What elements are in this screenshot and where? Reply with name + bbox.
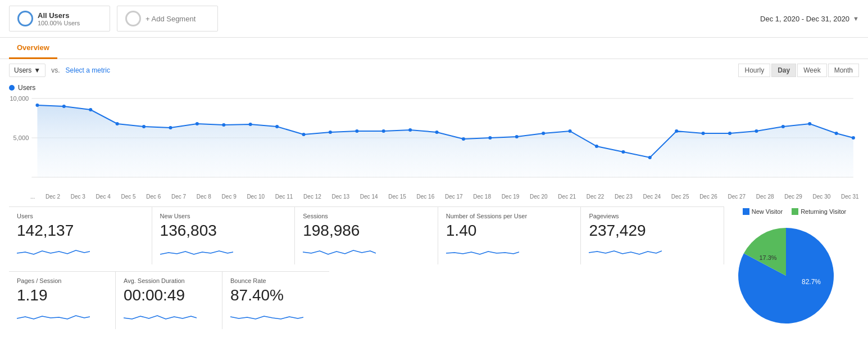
svg-point-16	[329, 131, 332, 134]
stat-sessions-label: Sessions	[303, 213, 430, 219]
x-label: Dec 23	[615, 194, 633, 200]
x-label: Dec 12	[303, 194, 321, 200]
stat-new-users: New Users 136,803	[152, 206, 296, 264]
svg-point-22	[488, 136, 492, 140]
x-label: Dec 11	[275, 194, 293, 200]
stat-bounce-rate: Bounce Rate 87.40%	[222, 271, 329, 329]
chart-controls: Users ▼ vs. Select a metric Hourly Day W…	[0, 59, 868, 82]
hourly-button[interactable]: Hourly	[738, 64, 770, 77]
returning-visitor-label: Returning Visitor	[801, 208, 846, 215]
x-label: Dec 24	[643, 194, 661, 200]
add-segment-button[interactable]: + Add Segment	[117, 6, 218, 32]
svg-point-5	[35, 104, 39, 107]
svg-point-34	[808, 122, 811, 125]
svg-point-7	[89, 108, 92, 111]
svg-point-23	[515, 135, 519, 138]
segment-name: All Users	[38, 11, 80, 20]
stat-sessions: Sessions 198,986	[295, 206, 438, 264]
stat-pages-session-label: Pages / Session	[17, 277, 107, 284]
svg-point-33	[781, 125, 785, 128]
week-button[interactable]: Week	[797, 64, 826, 77]
svg-point-29	[675, 129, 678, 133]
svg-point-9	[142, 125, 146, 128]
x-label: Dec 26	[699, 194, 717, 200]
chart-area: 10,000 5,000	[0, 93, 868, 200]
x-label: Dec 4	[96, 194, 111, 200]
x-label: Dec 22	[587, 194, 605, 200]
segments: All Users 100.00% Users + Add Segment	[9, 6, 218, 32]
x-label: Dec 28	[756, 194, 774, 200]
stat-users-label: Users	[17, 213, 144, 219]
select-metric-link[interactable]: Select a metric	[66, 66, 110, 74]
segment-sub: 100.00% Users	[38, 20, 80, 26]
stat-users: Users 142,137	[9, 206, 152, 264]
svg-point-24	[542, 132, 545, 135]
top-bar: All Users 100.00% Users + Add Segment De…	[0, 0, 868, 38]
stat-users-value: 142,137	[17, 222, 144, 240]
svg-point-31	[728, 132, 731, 135]
x-label: Dec 30	[813, 194, 831, 200]
returning-visitor-color	[792, 208, 798, 215]
chart-legend-dot	[9, 85, 15, 91]
stat-sessions-per-user-label: Number of Sessions per User	[446, 213, 573, 219]
add-segment-circle	[125, 11, 141, 26]
svg-point-25	[569, 129, 572, 133]
x-label: Dec 16	[417, 194, 435, 200]
svg-point-10	[169, 126, 172, 129]
date-range-picker[interactable]: Dec 1, 2020 - Dec 31, 2020 ▼	[760, 15, 859, 23]
time-buttons: Hourly Day Week Month	[738, 64, 859, 77]
segment-all-users[interactable]: All Users 100.00% Users	[9, 6, 110, 32]
month-button[interactable]: Month	[828, 64, 859, 77]
svg-point-20	[435, 131, 439, 134]
svg-point-17	[355, 129, 358, 133]
metric-dropdown-button[interactable]: Users ▼	[9, 64, 46, 77]
stat-avg-duration: Avg. Session Duration 00:00:49	[116, 271, 222, 329]
metric-label: Users	[14, 66, 31, 74]
new-visitor-label: New Visitor	[752, 208, 783, 215]
sparkline-users	[17, 242, 144, 259]
svg-point-27	[621, 150, 625, 154]
x-label: Dec 19	[502, 194, 520, 200]
sparkline-sessions	[303, 242, 430, 259]
vs-label: vs.	[51, 66, 60, 74]
svg-text:10,000: 10,000	[10, 95, 29, 102]
pie-chart: 82.7% 17.3%	[730, 219, 842, 332]
svg-point-36	[852, 136, 855, 140]
sparkline-pages-session	[17, 307, 107, 323]
sparkline-bounce-rate	[230, 307, 321, 323]
x-label: Dec 27	[728, 194, 746, 200]
pie-label-blue: 82.7%	[802, 278, 821, 286]
svg-text:5,000: 5,000	[13, 134, 29, 141]
stat-pages-session-value: 1.19	[17, 286, 107, 304]
svg-point-35	[835, 132, 838, 135]
svg-point-15	[302, 133, 305, 136]
x-label: Dec 31	[841, 194, 859, 200]
stat-pages-session: Pages / Session 1.19	[9, 271, 116, 329]
svg-point-12	[222, 123, 225, 127]
svg-point-21	[462, 137, 465, 141]
stat-bounce-rate-value: 87.40%	[230, 286, 321, 304]
stat-sessions-value: 198,986	[303, 222, 430, 240]
x-label: Dec 29	[784, 194, 802, 200]
stat-pageviews-value: 237,429	[589, 222, 716, 240]
segment-info: All Users 100.00% Users	[38, 11, 80, 26]
stat-sessions-per-user: Number of Sessions per User 1.40	[438, 206, 581, 264]
stat-pageviews: Pageviews 237,429	[581, 206, 724, 264]
metric-selector: Users ▼ vs. Select a metric	[9, 64, 110, 77]
stat-pageviews-label: Pageviews	[589, 213, 716, 219]
sparkline-new-users	[160, 242, 287, 259]
svg-point-26	[595, 145, 598, 148]
svg-point-11	[196, 122, 199, 125]
tab-overview[interactable]: Overview	[9, 38, 57, 59]
stat-new-users-label: New Users	[160, 213, 287, 219]
new-visitor-color	[743, 208, 749, 215]
x-label: Dec 7	[171, 194, 186, 200]
x-label: Dec 15	[388, 194, 406, 200]
x-label: Dec 20	[530, 194, 548, 200]
pie-label-green: 17.3%	[759, 254, 776, 261]
day-button[interactable]: Day	[771, 64, 796, 77]
chevron-down-icon: ▼	[853, 15, 859, 22]
stat-avg-duration-value: 00:00:49	[124, 286, 214, 304]
stat-new-users-value: 136,803	[160, 222, 287, 240]
stat-sessions-per-user-value: 1.40	[446, 222, 573, 240]
